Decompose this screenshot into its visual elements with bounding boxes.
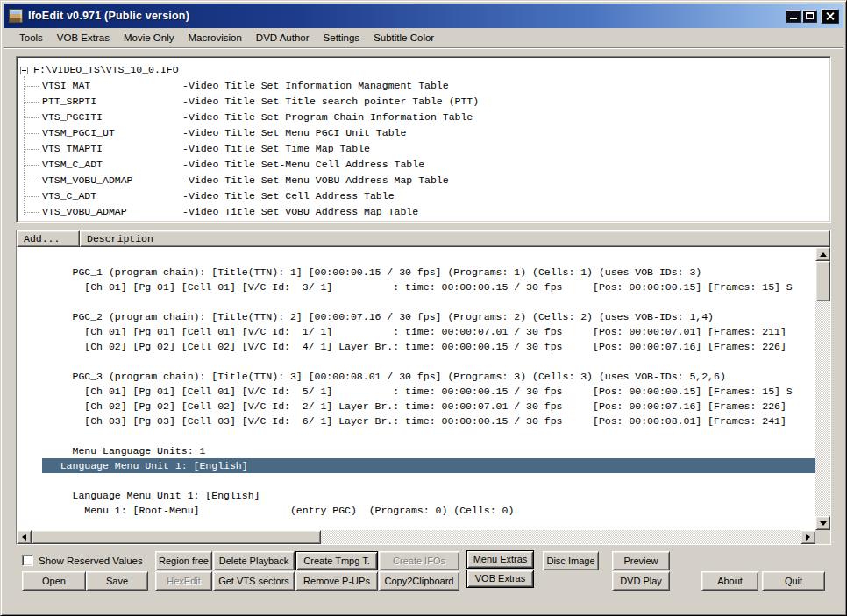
vertical-scrollbar[interactable]	[815, 247, 830, 530]
copy2clipboard-button[interactable]: Copy2Clipboard	[379, 571, 459, 591]
scrollbar-corner	[815, 530, 830, 544]
scroll-left-button[interactable]	[17, 530, 32, 544]
list-row[interactable]: Language Menu Unit 1: [English]	[17, 488, 815, 503]
list-row[interactable]: PGC_1 (program chain): [Title(TTN): 1] […	[17, 265, 815, 280]
horizontal-scrollbar[interactable]	[17, 530, 815, 544]
preview-button[interactable]: Preview	[612, 551, 670, 570]
list-row[interactable]: [Ch 02] [Pg 02] [Cell 02] [V/C Id: 4/ 1]…	[17, 339, 815, 354]
row-gutter	[17, 458, 42, 473]
tree-root[interactable]: F:\VIDEO_TS\VTS_10_0.IFO	[17, 62, 830, 78]
ifoedit-window: IfoEdit v0.971 (Public version) Tools VO…	[0, 0, 847, 616]
list-row[interactable]	[17, 473, 815, 488]
list-row[interactable]	[17, 428, 815, 443]
scroll-down-button[interactable]	[815, 516, 830, 530]
title-bar[interactable]: IfoEdit v0.971 (Public version)	[4, 4, 843, 28]
menu-extras-button[interactable]: Menu Extras	[466, 550, 534, 569]
checkbox-box-icon[interactable]	[22, 555, 33, 566]
row-gutter	[17, 354, 42, 369]
content-area: F:\VIDEO_TS\VTS_10_0.IFO VTSI_MAT-Video …	[4, 49, 843, 612]
list-header: Add... Description	[17, 230, 830, 247]
tree-item-vts-tmapti[interactable]: VTS_TMAPTI-Video Title Set Time Map Tabl…	[17, 141, 830, 157]
tree-item-vtsm-vobu-admap[interactable]: VTSM_VOBU_ADMAP-Video Title Set-Menu VOB…	[17, 173, 830, 188]
row-gutter	[17, 488, 42, 503]
list-body[interactable]: PGC_1 (program chain): [Title(TTN): 1] […	[17, 247, 815, 530]
list-row-selected[interactable]: Language Menu Unit 1: [English]	[17, 458, 815, 473]
tree-root-label: F:\VIDEO_TS\VTS_10_0.IFO	[33, 62, 179, 78]
save-button[interactable]: Save	[86, 571, 148, 591]
list-row[interactable]: PGC_3 (program chain): [Title(TTN): 3] […	[17, 369, 815, 384]
close-button[interactable]	[821, 9, 839, 24]
list-row[interactable]: [Ch 02] [Pg 02] [Cell 02] [V/C Id: 2/ 1]…	[17, 399, 815, 414]
list-main: PGC_1 (program chain): [Title(TTN): 1] […	[17, 247, 830, 530]
tree-item-vtsm-c-adt[interactable]: VTSM_C_ADT-Video Title Set-Menu Cell Add…	[17, 157, 830, 173]
vertical-scroll-thumb[interactable]	[815, 261, 830, 301]
horizontal-scroll-track[interactable]	[321, 530, 801, 544]
scroll-up-button[interactable]	[815, 247, 830, 261]
minimize-icon	[790, 18, 797, 19]
tree-body: F:\VIDEO_TS\VTS_10_0.IFO VTSI_MAT-Video …	[17, 62, 830, 220]
row-gutter	[17, 414, 42, 428]
row-gutter	[17, 265, 42, 280]
tree-item-ptt-srpti[interactable]: PTT_SRPTI-Video Title Set Title search p…	[17, 94, 830, 110]
menu-bar: Tools VOB Extras Movie Only Macrovision …	[4, 28, 843, 47]
menu-item-macrovision[interactable]: Macrovision	[181, 30, 248, 46]
list-row[interactable]	[17, 294, 815, 309]
quit-button[interactable]: Quit	[762, 571, 825, 591]
scroll-right-button[interactable]	[801, 530, 815, 544]
list-row[interactable]	[17, 354, 815, 369]
horizontal-scroll-thumb[interactable]	[32, 530, 321, 544]
row-gutter	[17, 250, 42, 265]
window-title: IfoEdit v0.971 (Public version)	[28, 10, 786, 22]
tree-item-vts-pgciti[interactable]: VTS_PGCITI-Video Title Set Program Chain…	[17, 110, 830, 125]
tree-item-vts-vobu-admap[interactable]: VTS_VOBU_ADMAP-Video Title Set VOBU Addr…	[17, 204, 830, 220]
column-header-description[interactable]: Description	[80, 230, 830, 247]
create-tmpg-button[interactable]: Create Tmpg T.	[295, 551, 378, 570]
tree-item-vts-c-adt[interactable]: VTS_C_ADT-Video Title Set Cell Address T…	[17, 188, 830, 204]
menu-item-movie-only[interactable]: Movie Only	[117, 30, 182, 46]
vob-extras-button[interactable]: VOB Extras	[466, 570, 534, 588]
row-gutter	[17, 443, 42, 458]
scroll-down-icon	[820, 521, 827, 526]
minimize-button[interactable]	[786, 10, 801, 23]
create-ifos-button: Create IFOs	[379, 551, 459, 570]
list-row[interactable]	[17, 250, 815, 265]
column-header-add[interactable]: Add...	[17, 230, 80, 247]
row-gutter	[17, 399, 42, 414]
maximize-button[interactable]	[802, 10, 817, 23]
row-gutter	[17, 324, 42, 339]
open-button[interactable]: Open	[22, 571, 86, 591]
get-vts-sectors-button[interactable]: Get VTS sectors	[213, 571, 295, 591]
list-row[interactable]: Menu Language Units: 1	[17, 443, 815, 458]
maximize-icon	[806, 12, 814, 19]
tree-item-vtsm-pgci-ut[interactable]: VTSM_PGCI_UT-Video Title Set Menu PGCI U…	[17, 125, 830, 141]
menu-item-subtitle-color[interactable]: Subtitle Color	[367, 30, 441, 46]
list-row[interactable]: PGC_2 (program chain): [Title(TTN): 2] […	[17, 309, 815, 324]
dvd-play-button[interactable]: DVD Play	[612, 571, 670, 591]
menu-item-dvd-author[interactable]: DVD Author	[249, 30, 317, 46]
row-gutter	[17, 369, 42, 384]
tree-item-vtsi-mat[interactable]: VTSI_MAT-Video Title Set Information Man…	[17, 78, 830, 94]
ifo-structure-tree[interactable]: F:\VIDEO_TS\VTS_10_0.IFO VTSI_MAT-Video …	[16, 56, 831, 223]
row-gutter	[17, 428, 42, 443]
scroll-left-icon	[22, 534, 26, 541]
list-row[interactable]: [Ch 01] [Pg 01] [Cell 01] [V/C Id: 5/ 1]…	[17, 384, 815, 399]
list-row[interactable]: [Ch 03] [Pg 03] [Cell 03] [V/C Id: 6/ 1]…	[17, 414, 815, 428]
menu-item-settings[interactable]: Settings	[317, 30, 367, 46]
disc-image-button[interactable]: Disc Image	[543, 551, 599, 570]
menu-item-tools[interactable]: Tools	[12, 30, 50, 46]
region-free-button[interactable]: Region free	[155, 551, 212, 570]
list-row[interactable]: [Ch 01] [Pg 01] [Cell 01] [V/C Id: 1/ 1]…	[17, 324, 815, 339]
row-gutter	[17, 473, 42, 488]
list-row[interactable]: Menu 1: [Root-Menu] (entry PGC) (Program…	[17, 503, 815, 518]
list-bottom	[17, 530, 830, 544]
list-row[interactable]: [Ch 01] [Pg 01] [Cell 01] [V/C Id: 3/ 1]…	[17, 280, 815, 294]
hexedit-button: HexEdit	[155, 571, 212, 591]
delete-playback-button[interactable]: Delete Playback	[213, 551, 295, 570]
menu-item-vob-extras[interactable]: VOB Extras	[50, 30, 117, 46]
about-button[interactable]: About	[701, 571, 758, 591]
collapse-minus-icon[interactable]	[20, 67, 28, 74]
show-reserved-checkbox[interactable]: Show Reserved Values	[22, 555, 143, 566]
row-gutter	[17, 309, 42, 324]
remove-pups-button[interactable]: Remove P-UPs	[295, 571, 378, 591]
vertical-scroll-track[interactable]	[815, 301, 830, 516]
